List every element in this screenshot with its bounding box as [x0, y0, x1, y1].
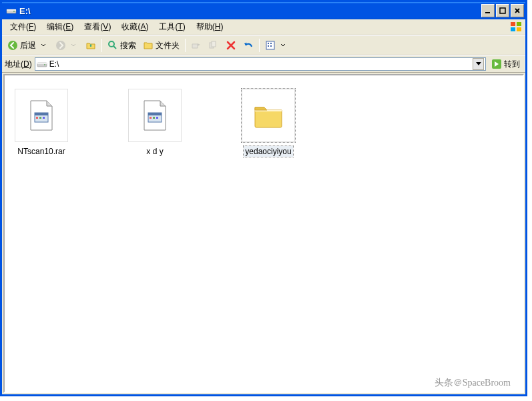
copy-to-icon [208, 40, 219, 51]
undo-button[interactable] [240, 37, 256, 53]
search-button[interactable]: 搜索 [105, 37, 139, 53]
svg-point-9 [8, 41, 17, 50]
svg-rect-3 [485, 12, 490, 13]
folder-item[interactable]: yedaociyiyou [238, 89, 298, 157]
maximize-button[interactable] [496, 4, 509, 17]
dropdown-icon [38, 40, 49, 51]
dropdown-icon [68, 40, 79, 51]
svg-rect-30 [150, 117, 152, 119]
file-label: NTscan10.rar [16, 146, 66, 157]
undo-icon [243, 40, 254, 51]
separator [185, 39, 186, 52]
svg-rect-4 [500, 8, 505, 13]
folders-icon [143, 40, 154, 51]
file-view: NTscan10.rar x d y [5, 75, 523, 170]
svg-point-11 [109, 41, 114, 47]
svg-rect-8 [517, 27, 521, 31]
svg-rect-18 [270, 45, 272, 47]
move-to-icon [191, 40, 202, 51]
forward-icon [55, 40, 66, 51]
file-item[interactable]: x d y [125, 89, 185, 157]
address-dropdown-button[interactable] [473, 58, 484, 70]
svg-rect-13 [212, 41, 216, 47]
file-item[interactable]: NTscan10.rar [11, 89, 71, 157]
search-icon [107, 40, 118, 51]
svg-rect-17 [268, 45, 269, 47]
svg-point-2 [13, 11, 15, 12]
file-label: x d y [145, 146, 164, 157]
dropdown-icon [278, 40, 288, 51]
folders-button[interactable]: 文件夹 [140, 37, 182, 53]
menubar: 文件(F) 编辑(E) 查看(V) 收藏(A) 工具(T) 帮助(H) [2, 19, 525, 35]
address-path: E:\ [49, 59, 59, 69]
svg-point-10 [56, 41, 65, 50]
watermark-text: 头条＠SpaceBroom [435, 377, 511, 389]
svg-point-21 [44, 64, 45, 65]
separator [101, 39, 102, 52]
addressbar: 地址(D) E:\ 转到 [2, 55, 525, 73]
svg-rect-24 [35, 113, 48, 115]
archive-icon [128, 89, 182, 142]
go-icon [491, 59, 502, 69]
svg-rect-6 [517, 22, 521, 26]
window-title: E:\ [19, 6, 481, 16]
folder-up-icon [85, 40, 96, 51]
menu-view[interactable]: 查看(V) [79, 20, 116, 34]
up-button[interactable] [83, 37, 99, 53]
svg-rect-15 [268, 43, 269, 44]
svg-rect-32 [156, 117, 158, 119]
views-icon [265, 40, 276, 51]
back-icon [7, 40, 18, 51]
svg-rect-29 [148, 113, 162, 115]
minimize-button[interactable] [481, 4, 495, 17]
go-button[interactable]: 转到 [489, 59, 523, 70]
window-controls [481, 4, 524, 17]
svg-rect-7 [511, 27, 515, 31]
drive-icon [6, 5, 17, 16]
menu-edit[interactable]: 编辑(E) [41, 20, 79, 34]
svg-rect-25 [36, 117, 38, 119]
views-button[interactable] [262, 37, 291, 53]
toolbar: 后退 搜索 文件夹 [2, 35, 525, 55]
menu-help[interactable]: 帮助(H) [191, 20, 229, 34]
svg-rect-31 [153, 117, 155, 119]
address-label: 地址(D) [5, 59, 32, 70]
content-area[interactable]: NTscan10.rar x d y [3, 74, 524, 393]
svg-rect-1 [7, 9, 16, 11]
forward-button[interactable] [53, 37, 81, 53]
file-label: yedaociyiyou [244, 146, 292, 157]
move-to-button[interactable] [188, 37, 204, 53]
copy-to-button[interactable] [206, 37, 222, 53]
windows-logo-icon [509, 21, 524, 34]
titlebar[interactable]: E:\ [2, 2, 525, 19]
close-button[interactable] [511, 4, 524, 17]
svg-rect-20 [37, 63, 47, 64]
svg-rect-16 [270, 43, 272, 44]
drive-icon [37, 59, 47, 69]
address-field[interactable]: E:\ [35, 57, 486, 71]
menu-file[interactable]: 文件(F) [5, 20, 41, 34]
separator [259, 39, 260, 52]
delete-button[interactable] [223, 37, 239, 53]
svg-rect-27 [43, 117, 45, 119]
back-button[interactable]: 后退 [5, 37, 51, 53]
folder-icon [242, 89, 295, 142]
svg-rect-26 [39, 117, 41, 119]
archive-icon [15, 89, 68, 142]
delete-icon [226, 40, 236, 51]
explorer-window: E:\ 文件(F) 编辑(E) 查看(V) 收藏(A) 工具(T) 帮助(H) [0, 0, 527, 396]
menu-favorites[interactable]: 收藏(A) [116, 20, 154, 34]
menu-tools[interactable]: 工具(T) [154, 20, 190, 34]
svg-rect-5 [511, 22, 515, 26]
